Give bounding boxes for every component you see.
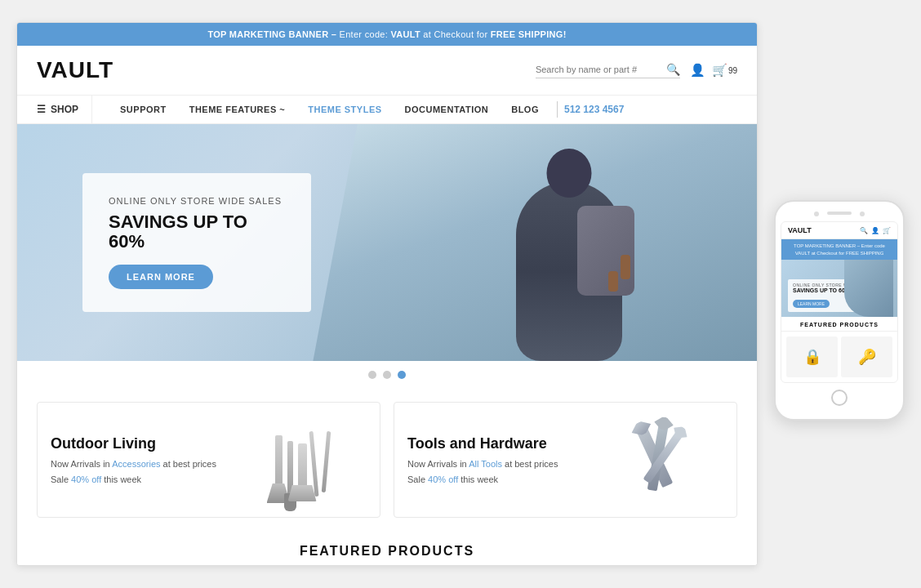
category-image-outdoor [236,419,367,501]
category-title-tools: Tools and Hardware [407,435,593,452]
mobile-header-icons: 🔍 👤 🛒 [860,227,891,234]
banner-suffix: at Checkout for [423,29,490,39]
header-search-area: 🔍 👤 🛒 99 [536,63,737,78]
mobile-product-1[interactable]: 🔒 [786,336,838,377]
category-text-tools: Tools and Hardware Now Arrivals in All T… [407,435,593,484]
hamburger-icon: ☰ [37,104,46,115]
mobile-account-icon[interactable]: 👤 [871,227,879,234]
mobile-products-row: 🔒 🔑 [781,332,897,382]
category-row: Outdoor Living Now Arrivals in Accessori… [17,389,757,531]
mobile-speaker [827,212,852,215]
nav-shop[interactable]: ☰ SHOP [37,96,92,123]
desktop-mockup: TOP MARKETING BANNER – Enter code: VAULT… [16,22,758,566]
hero-person-image [479,124,659,361]
cat-desc-suffix-tools: at best prices [502,459,558,469]
banner-prefix: TOP MARKETING BANNER – [207,29,336,39]
category-desc-tools: Now Arrivals in All Tools at best prices [407,457,593,471]
hero-title: SAVINGS UP TO 60% [109,212,285,252]
cat-desc-prefix-tools: Now Arrivals in [407,459,469,469]
category-text-outdoor: Outdoor Living Now Arrivals in Accessori… [51,435,236,484]
cat-link-outdoor[interactable]: Accessories [112,459,160,469]
mobile-hero: ONLINE ONLY STORE WIDE SALES SAVINGS UP … [781,260,897,317]
search-icon: 🔍 [666,63,680,76]
cart-button[interactable]: 🛒 99 [712,63,737,78]
mobile-search-icon[interactable]: 🔍 [860,227,868,234]
category-sale-outdoor: Sale 40% off this week [51,474,236,484]
hero-section: ONLINE ONLY STORE WIDE SALES SAVINGS UP … [17,124,757,361]
top-banner: TOP MARKETING BANNER – Enter code: VAULT… [17,23,757,46]
banner-bold: FREE SHIPPING! [491,29,567,39]
header-icons: 👤 🛒 99 [690,63,737,78]
mobile-banner: TOP MARKETING BANNER – Enter code VAULT … [781,239,897,260]
mobile-dot-1 [814,212,819,216]
search-input[interactable] [536,65,666,74]
nav-phone[interactable]: 512 123 4567 [564,104,624,115]
mobile-featured-label: FEATURED PRODUCTS [781,317,897,332]
mobile-header: VAULT 🔍 👤 🛒 [781,222,897,239]
cart-count: 99 [728,66,737,75]
mobile-home-button[interactable] [831,390,848,406]
search-box[interactable]: 🔍 [536,63,680,78]
category-card-tools: Tools and Hardware Now Arrivals in All T… [394,402,737,518]
slider-dot-3[interactable] [398,371,406,379]
slider-dots [17,361,757,389]
mobile-cart-icon[interactable]: 🛒 [883,227,891,234]
mobile-hero-cta[interactable]: LEARN MORE [793,300,830,308]
mobile-mockup: VAULT 🔍 👤 🛒 TOP MARKETING BANNER – Enter… [774,200,905,421]
nav-theme-features[interactable]: THEME FEATURES ~ [178,96,297,122]
category-image-tools [593,419,723,501]
cat-desc-suffix-outdoor: at best prices [161,459,216,469]
mobile-dot-2 [860,212,865,216]
category-title-outdoor: Outdoor Living [51,435,236,452]
mobile-logo: VAULT [788,226,812,234]
category-desc-outdoor: Now Arrivals in Accessories at best pric… [51,457,236,471]
sale-pct-tools: 40% off [428,474,458,484]
sale-pct-outdoor: 40% off [71,474,101,484]
category-card-outdoor: Outdoor Living Now Arrivals in Accessori… [37,402,380,518]
hero-cta-button[interactable]: LEARN MORE [109,265,213,289]
slider-dot-1[interactable] [368,371,376,379]
cat-desc-prefix-outdoor: Now Arrivals in [51,459,112,469]
nav-support[interactable]: SUPPORT [109,96,178,122]
mobile-product-2[interactable]: 🔑 [841,336,892,377]
site-logo: VAULT [37,57,113,83]
nav-documentation[interactable]: DOCUMENTATION [394,96,501,122]
featured-title: FEATURED PRODUCTS [17,531,757,565]
cat-link-tools[interactable]: All Tools [469,459,502,469]
nav-theme-styles[interactable]: THEME STYLES [296,96,393,122]
account-button[interactable]: 👤 [690,63,705,78]
slider-dot-2[interactable] [383,371,391,379]
site-header: VAULT 🔍 👤 🛒 99 [17,46,757,96]
category-sale-tools: Sale 40% off this week [407,474,593,484]
mobile-product-icon-2: 🔑 [858,348,876,366]
mobile-screen: VAULT 🔍 👤 🛒 TOP MARKETING BANNER – Enter… [781,221,898,383]
hero-subtitle: ONLINE ONLY STORE WIDE SALES [109,196,285,206]
mobile-notch [781,212,898,216]
banner-code: VAULT [390,29,420,39]
banner-middle: Enter code: [340,29,391,39]
cart-icon: 🛒 [712,63,727,78]
shop-label: SHOP [51,104,78,115]
mobile-product-icon-1: 🔒 [803,348,821,366]
mobile-home-button-area [781,383,898,409]
nav-links: SUPPORT THEME FEATURES ~ THEME STYLES DO… [109,96,737,122]
hero-content: ONLINE ONLY STORE WIDE SALES SAVINGS UP … [82,173,311,312]
nav-blog[interactable]: BLOG [500,96,550,122]
nav-divider [557,101,558,118]
site-nav: ☰ SHOP SUPPORT THEME FEATURES ~ THEME ST… [17,96,757,124]
page-wrapper: TOP MARKETING BANNER – Enter code: VAULT… [16,22,905,566]
